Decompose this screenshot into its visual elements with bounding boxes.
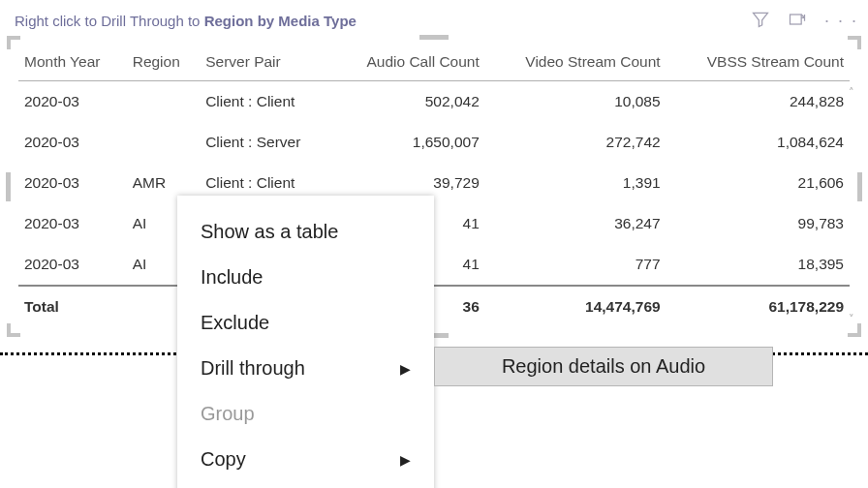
resize-handle-left[interactable] — [6, 172, 11, 201]
table-row[interactable]: 2020-03 Client : Client 502,042 10,085 2… — [18, 81, 850, 123]
menu-label: Include — [201, 266, 264, 289]
table-visual[interactable]: Month Year Region Server Pair Audio Call… — [8, 37, 860, 336]
filter-icon[interactable] — [751, 10, 770, 32]
cell-vbss: 99,783 — [666, 203, 850, 244]
cell-pair: Client : Server — [200, 122, 331, 163]
cell-pair: Client : Client — [200, 81, 331, 123]
cell-vbss: 1,084,624 — [666, 122, 850, 163]
visual-title-bold: Region by Media Type — [204, 13, 356, 29]
vertical-scrollbar[interactable]: ˄ ˅ — [846, 86, 857, 325]
cell-audio: 1,650,007 — [331, 122, 484, 163]
submenu-label: Region details on Audio — [502, 355, 705, 377]
visual-header: Right click to Drill Through to Region b… — [0, 0, 868, 33]
col-server-pair[interactable]: Server Pair — [200, 46, 331, 81]
cell-month: 2020-03 — [18, 203, 127, 244]
resize-handle-bl[interactable] — [7, 323, 20, 337]
col-video-count[interactable]: Video Stream Count — [485, 46, 666, 81]
table-container: Month Year Region Server Pair Audio Call… — [9, 38, 859, 335]
menu-label: Group — [201, 403, 255, 425]
more-options-icon[interactable]: · · · — [824, 11, 858, 31]
resize-handle-tr[interactable] — [848, 36, 861, 49]
menu-drill-through[interactable]: Drill through▶ — [177, 346, 434, 391]
cell-region — [127, 81, 200, 123]
submenu-region-details-audio[interactable]: Region details on Audio — [435, 348, 772, 385]
col-vbss-count[interactable]: VBSS Stream Count — [666, 46, 850, 81]
col-month-year[interactable]: Month Year — [18, 46, 127, 81]
cell-video: 1,391 — [485, 163, 666, 203]
cell-region — [127, 122, 200, 163]
cell-month: 2020-03 — [18, 244, 127, 286]
visual-header-icons: · · · — [751, 10, 858, 32]
cell-total-vbss: 61,178,229 — [666, 286, 850, 327]
menu-label: Exclude — [201, 312, 269, 334]
data-table[interactable]: Month Year Region Server Pair Audio Call… — [18, 46, 850, 327]
table-row[interactable]: 2020-03 Client : Server 1,650,007 272,74… — [18, 122, 850, 163]
submenu-arrow-icon: ▶ — [400, 452, 411, 468]
scroll-down-icon[interactable]: ˅ — [849, 313, 854, 325]
cell-video: 36,247 — [485, 203, 666, 244]
menu-exclude[interactable]: Exclude — [177, 300, 434, 346]
cell-video: 10,085 — [485, 81, 666, 123]
menu-label: Drill through — [201, 357, 305, 380]
cell-month: 2020-03 — [18, 81, 127, 123]
drill-through-submenu[interactable]: Region details on Audio — [434, 347, 773, 386]
svg-rect-0 — [790, 15, 801, 24]
menu-group: Group — [177, 391, 434, 437]
submenu-arrow-icon: ▶ — [400, 361, 411, 377]
header-row: Month Year Region Server Pair Audio Call… — [18, 46, 850, 81]
col-audio-count[interactable]: Audio Call Count — [331, 46, 484, 81]
cell-month: 2020-03 — [18, 163, 127, 203]
menu-show-as-table[interactable]: Show as a table — [177, 209, 434, 255]
cell-total-video: 14,474,769 — [485, 286, 666, 327]
col-region[interactable]: Region — [127, 46, 200, 81]
resize-handle-top[interactable] — [419, 35, 449, 40]
cell-vbss: 244,828 — [666, 81, 850, 123]
menu-include[interactable]: Include — [177, 255, 434, 300]
cell-vbss: 21,606 — [666, 163, 850, 203]
cell-month: 2020-03 — [18, 122, 127, 163]
focus-mode-icon[interactable] — [788, 10, 807, 32]
menu-copy[interactable]: Copy▶ — [177, 437, 434, 482]
menu-label: Copy — [201, 448, 246, 471]
table-row[interactable]: 2020-03 AMR Client : Client 39,729 1,391… — [18, 163, 850, 203]
resize-handle-tl[interactable] — [7, 36, 20, 49]
menu-label: Show as a table — [201, 221, 338, 243]
cell-video: 777 — [485, 244, 666, 286]
table-row[interactable]: 2020-03 AI 41 36,247 99,783 — [18, 203, 850, 244]
cell-video: 272,742 — [485, 122, 666, 163]
context-menu[interactable]: Show as a table Include Exclude Drill th… — [177, 196, 434, 488]
resize-handle-right[interactable] — [857, 172, 862, 201]
resize-handle-br[interactable] — [848, 323, 861, 337]
table-row[interactable]: 2020-03 AI 41 777 18,395 — [18, 244, 850, 286]
cell-audio: 502,042 — [331, 81, 484, 123]
visual-title: Right click to Drill Through to Region b… — [15, 13, 356, 29]
total-row[interactable]: Total 36 14,474,769 61,178,229 — [18, 286, 850, 327]
scroll-up-icon[interactable]: ˄ — [849, 86, 854, 99]
visual-title-prefix: Right click to Drill Through to — [15, 13, 204, 29]
cell-vbss: 18,395 — [666, 244, 850, 286]
cell-total-label: Total — [18, 286, 127, 327]
